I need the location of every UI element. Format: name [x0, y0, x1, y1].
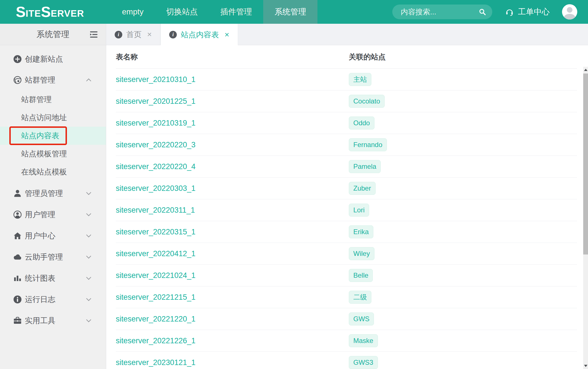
related-site-badge[interactable]: Erika: [349, 225, 373, 238]
sidebar-item-站群管理[interactable]: 站群管理: [0, 90, 106, 109]
related-site-badge[interactable]: Lori: [349, 204, 369, 217]
table-name-link[interactable]: siteserver_20201225_1: [116, 97, 195, 106]
related-site-badge[interactable]: Maske: [349, 334, 378, 347]
info-icon: i: [115, 31, 122, 38]
cloud-icon: [13, 253, 22, 262]
logo-text: S: [16, 5, 26, 19]
related-site-badge[interactable]: 主站: [349, 73, 371, 86]
user-avatar[interactable]: [562, 4, 577, 20]
chevron-down-icon: [85, 232, 92, 239]
sidebar-item-管理员管理[interactable]: 管理员管理: [0, 183, 106, 204]
related-site-badge[interactable]: Belle: [349, 269, 373, 282]
nav-item-empty[interactable]: empty: [111, 0, 155, 24]
table-row: siteserver_20220220_3 Fernando: [116, 134, 577, 156]
sidebar-item-站点模板管理[interactable]: 站点模板管理: [0, 145, 106, 163]
sidebar-title: 系统管理: [37, 29, 69, 40]
table-header-row: 表名称 关联的站点: [116, 45, 577, 69]
table-name-link[interactable]: siteserver_20221226_1: [116, 336, 195, 345]
related-site-badge[interactable]: 二级: [349, 291, 371, 304]
bar-chart-icon: [13, 274, 22, 283]
related-site-badge[interactable]: Wiley: [349, 247, 374, 260]
ticket-center-label: 工单中心: [518, 7, 550, 17]
table-name-link[interactable]: siteserver_20210310_1: [116, 75, 195, 84]
sidebar-item-实用工具[interactable]: 实用工具: [0, 310, 106, 331]
tab-首页[interactable]: i 首页 ×: [106, 24, 160, 45]
table-name-link[interactable]: siteserver_20221024_1: [116, 271, 195, 280]
table-name-link[interactable]: siteserver_20220311_1: [116, 206, 195, 215]
table-row: siteserver_20201225_1 Cocolato: [116, 90, 577, 112]
nav-item-切换站点[interactable]: 切换站点: [155, 0, 209, 24]
sidebar-item-统计图表[interactable]: 统计图表: [0, 267, 106, 289]
sidebar-item-云助手管理[interactable]: 云助手管理: [0, 246, 106, 267]
nav-item-插件管理[interactable]: 插件管理: [209, 0, 263, 24]
scrollbar-thumb[interactable]: [583, 74, 588, 254]
vertical-scrollbar[interactable]: [583, 67, 588, 369]
main-area: i 首页 × i 站点内容表 × 表名称 关联的站点 siteserver_20…: [106, 24, 588, 369]
related-site-badge[interactable]: GWS: [349, 312, 374, 325]
chevron-down-icon: [85, 275, 92, 282]
home-icon: [13, 231, 22, 240]
tab-close-icon[interactable]: ×: [223, 30, 229, 39]
sidebar-item-创建新站点[interactable]: 创建新站点: [0, 49, 106, 70]
table-name-link[interactable]: siteserver_20220220_3: [116, 141, 195, 149]
info-circle-icon: [13, 295, 22, 304]
table-name-link[interactable]: siteserver_20220303_1: [116, 184, 195, 193]
table-row: siteserver_20220315_1 Erika: [116, 221, 577, 243]
table-row: siteserver_20210319_1 Oddo: [116, 112, 577, 134]
content-panel: 表名称 关联的站点 siteserver_20210310_1 主站 sites…: [106, 45, 588, 369]
table-row: siteserver_20220412_1 Wiley: [116, 243, 577, 265]
sidebar-item-站点访问地址[interactable]: 站点访问地址: [0, 109, 106, 127]
related-site-badge[interactable]: GWS3: [349, 356, 378, 369]
sidebar-item-站群管理[interactable]: 站群管理: [0, 70, 106, 90]
chevron-down-icon: [85, 253, 92, 261]
table-row: siteserver_20230121_1 GWS3: [116, 352, 577, 369]
table-row: siteserver_20220220_4 Pamela: [116, 156, 577, 178]
nav-item-系统管理[interactable]: 系统管理: [263, 0, 317, 24]
table-row: siteserver_20221226_1 Maske: [116, 330, 577, 352]
sidebar-item-在线站点模板[interactable]: 在线站点模板: [0, 163, 106, 181]
table-name-link[interactable]: siteserver_20220220_4: [116, 162, 195, 171]
table-name-link[interactable]: siteserver_20210319_1: [116, 119, 195, 128]
headset-icon: [505, 7, 514, 16]
sidebar-item-用户管理[interactable]: 用户管理: [0, 204, 106, 225]
topbar: SITESERVER empty切换站点插件管理系统管理 工单中心: [0, 0, 588, 24]
sidebar-menu: 创建新站点 站群管理 站群管理 站点访问地址 站点内容表 站点模板管理 在线站点…: [0, 45, 106, 331]
table-name-link[interactable]: siteserver_20221220_1: [116, 315, 195, 323]
related-site-badge[interactable]: Zuber: [349, 182, 376, 195]
user-circle-icon: [13, 210, 22, 219]
scroll-down-arrow[interactable]: [583, 363, 588, 369]
table-name-link[interactable]: siteserver_20220412_1: [116, 249, 195, 258]
tab-站点内容表[interactable]: i 站点内容表 ×: [160, 24, 238, 46]
topbar-nav: empty切换站点插件管理系统管理: [111, 0, 317, 24]
related-site-badge[interactable]: Pamela: [349, 160, 381, 173]
tab-close-icon[interactable]: ×: [145, 30, 152, 39]
sidebar-item-用户中心[interactable]: 用户中心: [0, 225, 106, 246]
table-name-link[interactable]: siteserver_20220315_1: [116, 228, 195, 236]
sidebar-item-站点内容表[interactable]: 站点内容表: [0, 127, 106, 145]
search-icon[interactable]: [479, 8, 486, 16]
menu-fold-icon[interactable]: [90, 31, 98, 38]
related-site-badge[interactable]: Oddo: [349, 116, 374, 130]
scroll-up-arrow[interactable]: [583, 67, 588, 73]
related-site-badge[interactable]: Cocolato: [349, 95, 385, 108]
ticket-center-button[interactable]: 工单中心: [505, 0, 550, 24]
content-search: [392, 5, 492, 19]
table-row: siteserver_20220311_1 Lori: [116, 199, 577, 221]
table-name-link[interactable]: siteserver_20221215_1: [116, 293, 195, 302]
search-input[interactable]: [401, 5, 471, 19]
siteserver-logo[interactable]: SITESERVER: [16, 0, 84, 24]
chevron-down-icon: [85, 317, 92, 324]
table-row: siteserver_20221024_1 Belle: [116, 265, 577, 286]
chevron-down-icon: [85, 190, 92, 197]
chevron-down-icon: [85, 211, 92, 218]
table-row: siteserver_20221215_1 二级: [116, 286, 577, 308]
table-name-link[interactable]: siteserver_20230121_1: [116, 358, 195, 367]
chevron-down-icon: [85, 296, 92, 303]
table-body: siteserver_20210310_1 主站 siteserver_2020…: [106, 69, 588, 369]
sidebar-item-运行日志[interactable]: 运行日志: [0, 289, 106, 310]
related-site-badge[interactable]: Fernando: [349, 138, 387, 151]
column-header-related-site: 关联的站点: [349, 52, 386, 62]
column-header-table-name: 表名称: [116, 52, 138, 62]
tab-bar: i 首页 × i 站点内容表 ×: [106, 24, 588, 45]
chevron-up-icon: [85, 76, 92, 84]
